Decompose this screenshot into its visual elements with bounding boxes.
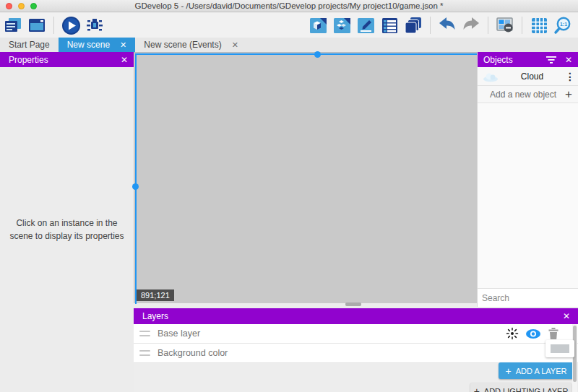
tab-new-scene[interactable]: New scene ✕ bbox=[59, 38, 136, 52]
drag-handle-icon[interactable] bbox=[139, 350, 150, 356]
project-manager-button[interactable] bbox=[4, 16, 22, 35]
toolbar-left-group bbox=[4, 16, 104, 35]
grid-icon bbox=[530, 17, 548, 35]
layer-row-background-color[interactable]: Background color bbox=[134, 344, 578, 363]
selection-resize-handle-top[interactable] bbox=[314, 51, 321, 58]
layers-panel: Layers ✕ Base layer bbox=[134, 308, 578, 392]
toolbar-right-group: 1:1 bbox=[309, 16, 572, 35]
objects-panel: Objects ✕ Cloud bbox=[477, 52, 578, 307]
play-icon bbox=[61, 16, 81, 35]
layers-stack-icon bbox=[404, 16, 423, 35]
objects-search-row bbox=[478, 288, 578, 307]
layers-panel-title: Layers bbox=[142, 311, 168, 321]
layers-panel-header: Layers ✕ bbox=[134, 308, 578, 324]
close-objects-icon[interactable]: ✕ bbox=[565, 55, 572, 65]
close-tab-icon[interactable]: ✕ bbox=[120, 40, 126, 50]
objects-search-input[interactable] bbox=[482, 293, 578, 303]
add-object-label: Add a new object bbox=[490, 90, 556, 100]
selection-left-edge bbox=[135, 53, 137, 304]
add-layer-label: ADD A LAYER bbox=[516, 367, 567, 375]
toggle-grid-button[interactable] bbox=[530, 16, 548, 35]
properties-panel-header: Properties ✕ bbox=[0, 52, 134, 67]
toolbar-separator bbox=[488, 17, 488, 34]
render-mask-icon bbox=[496, 16, 514, 35]
add-lighting-layer-button[interactable]: + ADD LIGHTING LAYER bbox=[470, 383, 571, 392]
filter-objects-icon[interactable] bbox=[546, 56, 556, 64]
events-sheet-icon bbox=[381, 17, 399, 35]
title-bar: GDevelop 5 - /Users/david/Documents/GDev… bbox=[0, 0, 578, 12]
start-page-window-icon bbox=[27, 16, 46, 35]
tab-label: New scene (Events) bbox=[144, 40, 221, 50]
tab-label: Start Page bbox=[9, 40, 50, 50]
selection-resize-handle-left[interactable] bbox=[132, 183, 139, 190]
layer-delete-trash-icon[interactable] bbox=[548, 327, 559, 340]
tab-label: New scene bbox=[67, 40, 110, 50]
properties-panel-title: Properties bbox=[9, 55, 48, 65]
edit-object-groups-button[interactable] bbox=[332, 16, 351, 35]
layer-name: Base layer bbox=[158, 328, 506, 339]
object-groups-icon bbox=[333, 17, 351, 35]
main-toolbar: 1:1 bbox=[0, 13, 578, 38]
objects-list-empty-area bbox=[478, 103, 578, 288]
object-list-item-cloud[interactable]: Cloud ⋮ bbox=[478, 67, 578, 86]
add-object-plus-icon: + bbox=[565, 88, 572, 100]
layer-effects-icon[interactable] bbox=[506, 327, 519, 340]
zoom-original-button[interactable]: 1:1 bbox=[553, 16, 572, 35]
objects-panel-header: Objects ✕ bbox=[478, 52, 578, 67]
tab-start-page[interactable]: Start Page bbox=[0, 38, 59, 52]
selection-top-edge bbox=[135, 53, 477, 55]
properties-panel: Properties ✕ Click on an instance in the… bbox=[0, 52, 134, 392]
tab-new-scene-events[interactable]: New scene (Events) ✕ bbox=[135, 38, 247, 52]
edit-objects-button[interactable] bbox=[309, 16, 327, 35]
scene-canvas[interactable]: 891;121 bbox=[134, 52, 477, 303]
scene-properties-button[interactable] bbox=[356, 16, 375, 35]
objects-panel-title: Objects bbox=[483, 55, 513, 65]
zoom-1-1-icon: 1:1 bbox=[553, 16, 572, 35]
object-name: Cloud bbox=[499, 71, 565, 82]
preview-button[interactable] bbox=[61, 16, 80, 35]
zoom-window-button[interactable] bbox=[30, 3, 37, 9]
debug-button[interactable] bbox=[85, 16, 104, 35]
editor-tabs: Start Page New scene ✕ New scene (Events… bbox=[0, 38, 578, 52]
add-layer-button[interactable]: + ADD A LAYER bbox=[499, 362, 574, 379]
background-color-value bbox=[551, 344, 569, 353]
layers-scrollbar[interactable] bbox=[572, 324, 577, 392]
traffic-lights bbox=[6, 3, 37, 9]
undo-button[interactable] bbox=[438, 16, 457, 35]
cloud-object-thumbnail-icon bbox=[482, 71, 499, 82]
close-window-button[interactable] bbox=[6, 3, 12, 9]
add-lighting-layer-label: ADD LIGHTING LAYER bbox=[484, 387, 569, 392]
layer-row-base-layer[interactable]: Base layer bbox=[134, 324, 578, 344]
object-menu-icon[interactable]: ⋮ bbox=[565, 71, 574, 82]
drag-handle-icon[interactable] bbox=[139, 331, 150, 336]
window-title: GDevelop 5 - /Users/david/Documents/GDev… bbox=[135, 1, 444, 10]
close-layers-icon[interactable]: ✕ bbox=[563, 308, 570, 323]
canvas-horizontal-scrollbar[interactable] bbox=[345, 302, 361, 306]
close-properties-icon[interactable]: ✕ bbox=[121, 52, 128, 67]
edit-pencil-icon bbox=[357, 17, 375, 35]
redo-button[interactable] bbox=[462, 16, 480, 35]
debug-bug-icon bbox=[85, 16, 104, 35]
plus-icon: + bbox=[474, 386, 480, 392]
close-tab-icon[interactable]: ✕ bbox=[232, 40, 238, 50]
open-events-button[interactable] bbox=[380, 16, 399, 35]
layer-visibility-eye-icon[interactable] bbox=[525, 328, 541, 339]
properties-empty-message: Click on an instance in the scene to dis… bbox=[0, 217, 134, 243]
start-page-button[interactable] bbox=[27, 16, 46, 35]
objects-editor-icon bbox=[309, 17, 327, 35]
toolbar-separator bbox=[430, 17, 431, 34]
undo-arrow-icon bbox=[438, 16, 457, 35]
add-object-row[interactable]: Add a new object + bbox=[478, 86, 578, 103]
toggle-mask-button[interactable] bbox=[496, 16, 514, 35]
project-manager-icon bbox=[4, 16, 22, 35]
background-color-swatch[interactable] bbox=[545, 340, 574, 357]
toolbar-separator bbox=[522, 17, 522, 34]
redo-arrow-icon bbox=[462, 16, 480, 35]
gdevelop-window: GDevelop 5 - /Users/david/Documents/GDev… bbox=[0, 0, 578, 392]
open-layers-button[interactable] bbox=[404, 16, 423, 35]
minimize-window-button[interactable] bbox=[18, 3, 25, 9]
plus-icon: + bbox=[506, 366, 512, 376]
toolbar-separator bbox=[53, 17, 54, 34]
svg-text:1:1: 1:1 bbox=[560, 22, 567, 27]
cursor-coordinates-badge: 891;121 bbox=[137, 289, 174, 301]
